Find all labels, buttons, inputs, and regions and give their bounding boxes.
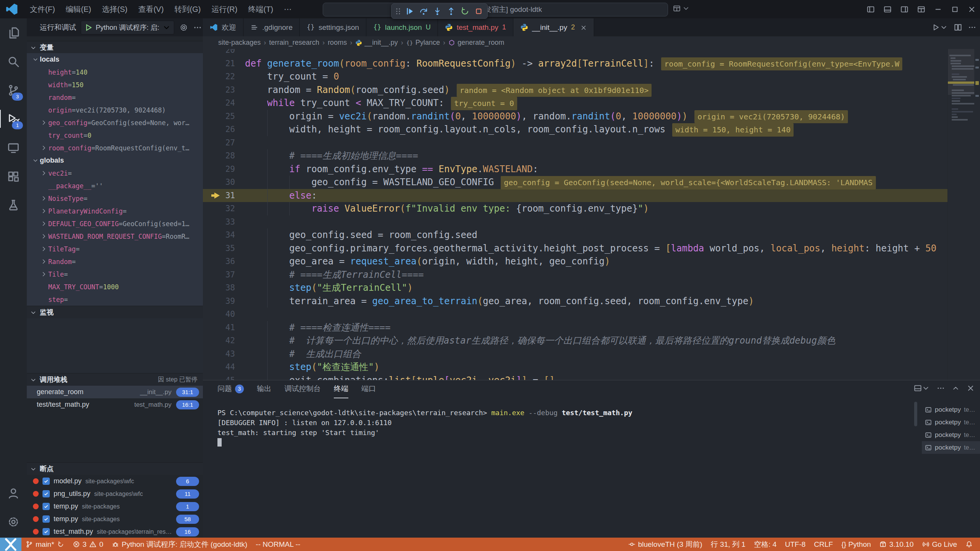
status-notifications[interactable] bbox=[961, 538, 977, 551]
menu-edit[interactable]: 编辑(E) bbox=[60, 0, 97, 18]
minimap[interactable] bbox=[947, 49, 975, 380]
variable-row[interactable]: width = 150 bbox=[27, 78, 203, 91]
terminal-session[interactable]: pocketpyte… bbox=[922, 403, 980, 416]
code-line-38[interactable]: 38 step("生成TerrainCell") bbox=[203, 281, 947, 295]
minimize-window[interactable] bbox=[929, 0, 946, 18]
quick-menu[interactable] bbox=[673, 5, 690, 12]
breadcrumb-item[interactable]: site-packages bbox=[218, 39, 261, 47]
maximize-window[interactable] bbox=[946, 0, 963, 18]
variable-row[interactable]: origin = vec2i(7205730, 9024468) bbox=[27, 104, 203, 116]
stack-frame[interactable]: test/test_math.pytest_math.py16:1 bbox=[27, 398, 203, 411]
menu-selection[interactable]: 选择(S) bbox=[96, 0, 133, 18]
debug-step-into[interactable] bbox=[431, 5, 444, 17]
code-line-34[interactable]: 34 geo_config.seed = room_config.seed bbox=[203, 228, 947, 242]
terminal-session[interactable]: pocketpyte… bbox=[922, 429, 980, 441]
code-line-41[interactable]: 41 # ====检查连通性==== bbox=[203, 321, 947, 334]
status-python-version[interactable]: 3.10.10 bbox=[875, 538, 918, 551]
breakpoints-section-header[interactable]: 断点 bbox=[27, 462, 203, 475]
code-line-31[interactable]: 31 else: bbox=[203, 189, 947, 202]
breadcrumb-item[interactable]: terrain_research bbox=[269, 39, 319, 47]
terminal-output[interactable]: PS C:\computer_science\godot-ldtk\site-p… bbox=[217, 408, 906, 448]
breakpoint-checkbox[interactable] bbox=[42, 503, 50, 510]
status-go-live[interactable]: Go Live bbox=[918, 538, 961, 551]
debug-drag-handle[interactable] bbox=[394, 5, 402, 17]
activity-run-and-debug[interactable]: 1 bbox=[0, 104, 27, 133]
panel-tab-ports[interactable]: 端口 bbox=[361, 380, 376, 398]
panel-action-maximize-panel[interactable] bbox=[952, 384, 960, 392]
debug-config-dropdown[interactable]: Python 调试程序: 启: bbox=[81, 21, 174, 34]
overview-ruler[interactable] bbox=[974, 49, 980, 380]
status-git-commit[interactable]: blueloveTH (3 周前) bbox=[624, 538, 707, 551]
breakpoint-row[interactable]: temp.pysite-packages1 bbox=[27, 500, 203, 513]
panel-action-close-panel[interactable] bbox=[967, 384, 975, 392]
terminal-scrollbar[interactable] bbox=[914, 402, 917, 426]
code-line-20[interactable]: 20 bbox=[203, 49, 947, 57]
variable-row[interactable]: geo_config = GeoConfig(seed=None, wor… bbox=[27, 116, 203, 129]
breadcrumb-item[interactable]: __init__.py bbox=[355, 39, 398, 47]
status-eol[interactable]: CRLF bbox=[810, 538, 837, 551]
code-line-39[interactable]: 39 terrain_area = geo_area_to_terrain(ge… bbox=[203, 295, 947, 308]
start-debugging-icon[interactable] bbox=[84, 23, 93, 32]
code-line-33[interactable]: 33 bbox=[203, 215, 947, 229]
code-line-28[interactable]: 28 # ====生成初始地理信息==== bbox=[203, 149, 947, 163]
variable-row[interactable]: MAX_TRY_COUNT = 1000 bbox=[27, 280, 203, 293]
status-problems-summary[interactable]: 30 bbox=[69, 538, 108, 551]
code-line-29[interactable]: 29 if room_config.env_type == EnvType.WA… bbox=[203, 163, 947, 176]
close-window[interactable] bbox=[963, 0, 980, 18]
variable-row[interactable]: DEFAULT_GEO_CONFIG = GeoConfig(seed=1… bbox=[27, 217, 203, 230]
code-line-40[interactable]: 40 bbox=[203, 308, 947, 321]
panel-tab-output[interactable]: 输出 bbox=[257, 380, 271, 398]
activity-extensions[interactable] bbox=[0, 162, 27, 191]
code-line-44[interactable]: 44 step("检查连通性") bbox=[203, 360, 947, 374]
breadcrumb-item[interactable]: rooms bbox=[328, 39, 347, 47]
watch-section-header[interactable]: 监视 bbox=[27, 306, 203, 318]
variable-row[interactable]: Tile = bbox=[27, 268, 203, 280]
terminal-session[interactable]: pocketpyte… bbox=[922, 416, 980, 429]
activity-testing[interactable] bbox=[0, 191, 27, 219]
callstack-section-header[interactable]: 调用堆栈 因 step 已暂停 bbox=[27, 373, 203, 386]
status-language-mode[interactable]: {} Python bbox=[837, 538, 875, 551]
breakpoint-row[interactable]: test_math.pysite-packages\terrain_res…16 bbox=[27, 525, 203, 538]
toggle-primary-sidebar[interactable] bbox=[862, 0, 879, 18]
breakpoint-checkbox[interactable] bbox=[42, 515, 50, 523]
debug-stop[interactable] bbox=[472, 5, 485, 17]
menu-more[interactable]: ⋯ bbox=[279, 0, 297, 18]
activity-source-control[interactable]: 3 bbox=[0, 76, 27, 104]
code-line-32[interactable]: 32 raise ValueError(f"Invalid env type: … bbox=[203, 202, 947, 215]
code-line-35[interactable]: 35 geo_config.primary_forces.geothermal_… bbox=[203, 242, 947, 255]
breadcrumb-item[interactable]: {}Pylance bbox=[406, 39, 440, 47]
variable-row[interactable]: Random = bbox=[27, 255, 203, 268]
menu-terminal[interactable]: 终端(T) bbox=[243, 0, 279, 18]
code-line-43[interactable]: 43 # 生成出口组合 bbox=[203, 347, 947, 361]
terminal-session[interactable]: pocketpyte… bbox=[922, 441, 980, 454]
breakpoint-row[interactable]: png_utils.pysite-packages\wfc11 bbox=[27, 487, 203, 500]
variable-group[interactable]: globals bbox=[27, 154, 203, 167]
code-line-37[interactable]: 37 # ====生成TerrainCell==== bbox=[203, 268, 947, 282]
gear-icon[interactable] bbox=[180, 23, 188, 32]
activity-accounts[interactable] bbox=[0, 479, 27, 507]
action-more-actions[interactable] bbox=[968, 23, 976, 31]
stack-frame[interactable]: generate_room__init__.py31:1 bbox=[27, 386, 203, 398]
menu-file[interactable]: 文件(F) bbox=[24, 0, 60, 18]
menu-run[interactable]: 运行(R) bbox=[206, 0, 243, 18]
debug-step-out[interactable] bbox=[444, 5, 457, 17]
variable-row[interactable]: NoiseType = bbox=[27, 192, 203, 205]
more-actions-icon[interactable] bbox=[193, 23, 202, 32]
status-remote-indicator[interactable] bbox=[0, 538, 21, 551]
action-run-python-file[interactable] bbox=[932, 23, 948, 31]
variable-row[interactable]: random = bbox=[27, 91, 203, 104]
variable-row[interactable]: height = 140 bbox=[27, 66, 203, 78]
code-line-25[interactable]: 25 origin = vec2i(random.randint(0, 1000… bbox=[203, 110, 947, 123]
tab-welcome[interactable]: 欢迎 bbox=[203, 18, 243, 36]
status-git-branch[interactable]: main* bbox=[21, 538, 69, 551]
toggle-panel[interactable] bbox=[879, 0, 896, 18]
command-center-search[interactable]: [扩展开发宿主] godot-ldtk bbox=[323, 3, 668, 16]
menu-view[interactable]: 查看(V) bbox=[133, 0, 169, 18]
variable-row[interactable]: __package__ = '' bbox=[27, 179, 203, 192]
panel-tab-problems[interactable]: 问题3 bbox=[217, 380, 244, 398]
code-line-23[interactable]: 23 random = Random(room_config.seed)rand… bbox=[203, 83, 947, 97]
variable-row[interactable]: WASTELAND_ROOM_REQUEST_CONFIG = RoomR… bbox=[27, 230, 203, 243]
tab-test-math-py[interactable]: test_math.py1 bbox=[438, 18, 513, 36]
toggle-secondary-sidebar[interactable] bbox=[896, 0, 913, 18]
variables-section-header[interactable]: 变量 bbox=[27, 41, 203, 54]
